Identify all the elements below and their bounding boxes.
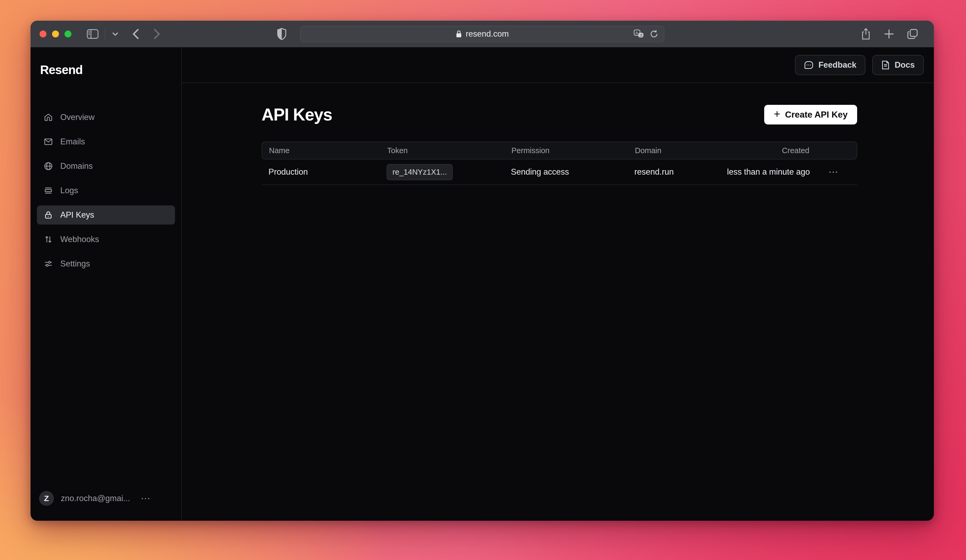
account-email: zno.rocha@gmai... xyxy=(61,494,130,503)
sidebar-item-logs[interactable]: Logs xyxy=(37,181,175,200)
account-menu-icon[interactable]: ⋯ xyxy=(141,493,151,504)
row-more-options-icon[interactable]: ⋯ xyxy=(810,166,857,178)
tab-overview-icon[interactable] xyxy=(907,28,918,40)
sidebar-item-label: Domains xyxy=(60,161,93,171)
lock-icon xyxy=(44,210,53,219)
document-icon xyxy=(881,60,890,70)
minimize-window-button[interactable] xyxy=(52,31,59,38)
sidebar-item-domains[interactable]: Domains xyxy=(37,157,175,176)
sidebar-item-label: Logs xyxy=(60,186,78,195)
sidebar: Resend Overview Emails xyxy=(31,47,182,521)
home-icon xyxy=(44,113,53,122)
content-blocker-shield-icon[interactable] xyxy=(277,28,287,41)
sidebar-item-label: Overview xyxy=(60,113,95,122)
api-key-domain: resend.run xyxy=(634,167,718,177)
close-window-button[interactable] xyxy=(39,31,46,38)
table-row: Production re_14NYz1X1... Sending access… xyxy=(261,159,857,185)
plus-icon: + xyxy=(774,108,780,120)
sidebar-item-label: Webhooks xyxy=(60,235,99,244)
feedback-label: Feedback xyxy=(818,60,856,70)
page-content: API Keys + Create API Key Name Token Per… xyxy=(182,83,934,185)
create-api-key-label: Create API Key xyxy=(785,110,848,120)
avatar: Z xyxy=(39,491,54,506)
back-button[interactable] xyxy=(133,28,140,39)
feedback-button[interactable]: Feedback xyxy=(795,55,865,75)
resend-logo: Resend xyxy=(40,63,181,77)
account-switcher[interactable]: Z zno.rocha@gmai... ⋯ xyxy=(31,491,181,506)
svg-text:文: 文 xyxy=(640,33,643,37)
sidebar-item-api-keys[interactable]: API Keys xyxy=(37,205,175,224)
docs-button[interactable]: Docs xyxy=(872,55,924,75)
table-header-row: Name Token Permission Domain Created xyxy=(261,141,857,159)
toolbar-separator xyxy=(105,29,105,39)
column-header-permission: Permission xyxy=(511,146,635,155)
page-title: API Keys xyxy=(261,105,332,124)
api-key-permission: Sending access xyxy=(511,167,634,177)
arrows-up-down-icon xyxy=(44,235,53,244)
create-api-key-button[interactable]: + Create API Key xyxy=(764,105,857,124)
api-keys-table: Name Token Permission Domain Created Pro… xyxy=(261,141,857,185)
share-icon[interactable] xyxy=(861,28,871,40)
top-header: Feedback Docs xyxy=(182,47,934,83)
column-header-domain: Domain xyxy=(635,146,718,155)
sidebar-item-webhooks[interactable]: Webhooks xyxy=(37,230,175,249)
token-chip[interactable]: re_14NYz1X1... xyxy=(387,164,453,180)
browser-window: resend.com A 文 xyxy=(31,21,934,521)
address-bar[interactable]: resend.com A 文 xyxy=(300,26,664,42)
column-header-token: Token xyxy=(383,146,511,155)
globe-icon xyxy=(44,162,53,171)
sidebar-item-label: Settings xyxy=(60,259,90,269)
sidebar-item-emails[interactable]: Emails xyxy=(37,132,175,151)
traffic-lights xyxy=(39,31,71,38)
sidebar-item-label: Emails xyxy=(60,137,85,146)
reload-icon[interactable] xyxy=(649,29,659,38)
feedback-bubble-icon xyxy=(804,61,813,70)
forward-button xyxy=(153,28,160,39)
chevron-down-icon[interactable] xyxy=(112,32,119,36)
browser-titlebar: resend.com A 文 xyxy=(31,21,934,47)
sidebar-item-label: API Keys xyxy=(60,210,94,220)
padlock-icon xyxy=(456,30,462,38)
zoom-window-button[interactable] xyxy=(64,31,71,38)
main-panel: Feedback Docs API Keys + Create A xyxy=(182,47,934,521)
url-text: resend.com xyxy=(466,29,509,39)
api-key-name: Production xyxy=(261,167,382,177)
api-key-created: less than a minute ago xyxy=(718,167,810,177)
sidebar-toggle-icon[interactable] xyxy=(87,29,99,39)
svg-text:A: A xyxy=(636,31,638,35)
translate-icon[interactable]: A 文 xyxy=(634,29,644,38)
new-tab-icon[interactable] xyxy=(884,28,895,39)
column-header-name: Name xyxy=(262,146,383,155)
logs-icon xyxy=(44,186,53,195)
sliders-icon xyxy=(44,259,53,269)
column-header-created: Created xyxy=(718,146,809,155)
docs-label: Docs xyxy=(895,60,915,70)
envelope-icon xyxy=(44,137,53,146)
sidebar-item-overview[interactable]: Overview xyxy=(37,108,175,127)
sidebar-nav: Overview Emails Domains xyxy=(31,108,181,273)
sidebar-item-settings[interactable]: Settings xyxy=(37,254,175,273)
